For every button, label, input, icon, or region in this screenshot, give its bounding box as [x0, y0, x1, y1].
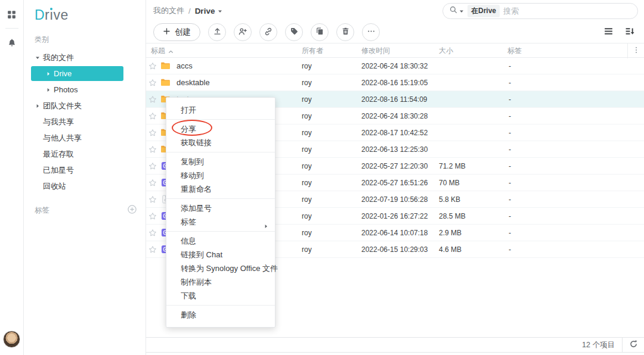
sidebar-item-team-folders[interactable]: 团队文件夹	[24, 98, 145, 114]
menu-item-open[interactable]: 打开	[166, 103, 275, 117]
search-scope-button[interactable]	[449, 5, 464, 16]
copy-button[interactable]	[311, 23, 329, 41]
tags-section: 标签	[24, 194, 145, 216]
sidebar-item-recent[interactable]: 最近存取	[24, 146, 145, 162]
file-owner: roy	[298, 62, 358, 70]
refresh-button[interactable]	[623, 337, 644, 353]
share-button[interactable]	[234, 23, 252, 41]
label-button[interactable]	[285, 23, 303, 41]
tags-label: 标签	[35, 205, 126, 216]
menu-item-copy-to[interactable]: 复制到	[166, 155, 275, 169]
sidebar-item-recycle-bin[interactable]: 回收站	[24, 178, 145, 194]
column-header-tags[interactable]: 标签	[504, 46, 627, 56]
menu-item-rename[interactable]: 重新命名	[166, 182, 275, 196]
menu-item-labels[interactable]: 标签	[166, 215, 275, 229]
column-options-button[interactable]	[627, 43, 644, 58]
star-icon[interactable]	[146, 129, 159, 137]
sidebar-item-photos[interactable]: Photos	[24, 82, 145, 98]
column-header-modified[interactable]: 修改时间	[358, 46, 435, 56]
drive-logo: Drıve	[24, 7, 145, 26]
star-icon[interactable]	[146, 212, 159, 220]
file-owner: roy	[298, 112, 358, 120]
sidebar-item-label: 最近存取	[43, 149, 74, 160]
menu-item-label: 移动到	[181, 171, 204, 180]
menu-item-info[interactable]: 信息	[166, 234, 275, 248]
menu-item-convert-office[interactable]: 转换为 Synology Office 文件	[166, 261, 275, 275]
add-tag-icon	[127, 204, 137, 216]
add-tag-button[interactable]	[126, 205, 137, 216]
star-icon[interactable]	[146, 179, 159, 187]
bell-icon	[7, 38, 17, 49]
star-icon[interactable]	[146, 95, 159, 104]
sidebar-item-shared-with-me[interactable]: 与我共享	[24, 114, 145, 130]
file-name: accs	[171, 61, 298, 70]
menu-item-share[interactable]: 分享	[166, 122, 275, 136]
table-row-accs[interactable]: accsroy2022-06-24 18:30:32-	[146, 58, 644, 74]
star-icon[interactable]	[146, 245, 159, 254]
menu-item-move-to[interactable]: 移动到	[166, 169, 275, 182]
star-icon[interactable]	[146, 79, 159, 87]
user-avatar[interactable]	[3, 331, 20, 348]
file-owner: roy	[298, 179, 358, 187]
logo-letter-r: r	[45, 7, 49, 23]
file-owner: roy	[298, 145, 358, 154]
menu-item-label: 分享	[181, 124, 196, 133]
sidebar-item-my-files[interactable]: 我的文件	[24, 49, 145, 66]
sidebar-item-drive[interactable]: Drive	[31, 66, 123, 81]
file-size: 2.9 MB	[435, 229, 504, 237]
star-icon[interactable]	[146, 145, 159, 154]
star-icon[interactable]	[146, 229, 159, 237]
star-icon[interactable]	[146, 162, 159, 170]
plus-icon	[163, 27, 171, 37]
column-header-owner[interactable]: 所有者	[298, 46, 358, 56]
menu-item-label: 转换为 Synology Office 文件	[181, 264, 278, 273]
menu-divider	[166, 152, 275, 152]
column-header-size[interactable]: 大小	[435, 46, 504, 56]
menu-item-link-to-chat[interactable]: 链接到 Chat	[166, 248, 275, 261]
caret-right-icon	[46, 71, 52, 76]
star-icon[interactable]	[146, 112, 159, 120]
menu-item-label: 标签	[181, 217, 196, 226]
file-tags: -	[504, 145, 627, 154]
sort-order-button[interactable]	[624, 26, 636, 38]
sidebar-item-label: 我的文件	[43, 52, 74, 63]
menu-item-add-star[interactable]: 添加星号	[166, 201, 275, 215]
menu-item-label: 制作副本	[181, 278, 212, 287]
column-header-title[interactable]: 标题	[146, 46, 298, 56]
file-size: 4.6 MB	[435, 245, 504, 254]
sidebar-item-label: Photos	[54, 85, 78, 94]
add-user-icon	[238, 27, 247, 38]
get-link-button[interactable]	[259, 23, 277, 41]
file-modified: 2022-05-27 12:20:30	[358, 162, 435, 170]
sidebar-item-shared-with-others[interactable]: 与他人共享	[24, 130, 145, 146]
more-button[interactable]	[362, 23, 380, 41]
file-owner: roy	[298, 129, 358, 137]
breadcrumb-current[interactable]: Drive	[195, 7, 223, 15]
breadcrumb-current-label: Drive	[195, 7, 215, 15]
delete-button[interactable]	[336, 23, 354, 41]
menu-item-delete[interactable]: 删除	[166, 308, 275, 322]
sidebar-item-starred[interactable]: 已加星号	[24, 162, 145, 178]
breadcrumb-root[interactable]: 我的文件	[153, 5, 184, 16]
create-button[interactable]: 创建	[153, 23, 200, 41]
menu-item-download[interactable]: 下载	[166, 289, 275, 303]
search-scope-chip[interactable]: 在Drive	[467, 5, 500, 17]
status-bar: 12 个项目	[146, 337, 644, 353]
upload-button[interactable]	[208, 23, 226, 41]
menu-item-make-copy[interactable]: 制作副本	[166, 275, 275, 289]
star-icon[interactable]	[146, 62, 159, 70]
app-launcher-button[interactable]	[5, 8, 19, 23]
list-view-button[interactable]	[602, 26, 614, 38]
file-owner: roy	[298, 245, 358, 254]
table-row-desktable[interactable]: desktableroy2022-08-16 15:19:05-	[146, 74, 644, 91]
star-icon[interactable]	[146, 195, 159, 204]
menu-item-get-link[interactable]: 获取链接	[166, 136, 275, 150]
file-tags: -	[504, 179, 627, 187]
file-modified: 2022-06-15 10:29:03	[358, 245, 435, 254]
sidebar-item-label: 团队文件夹	[43, 101, 82, 111]
search-box[interactable]: 在Drive	[442, 3, 638, 19]
menu-divider	[166, 119, 275, 120]
notifications-button[interactable]	[5, 36, 19, 51]
search-input[interactable]	[503, 7, 630, 15]
logo-letter-i: ı	[49, 7, 54, 23]
